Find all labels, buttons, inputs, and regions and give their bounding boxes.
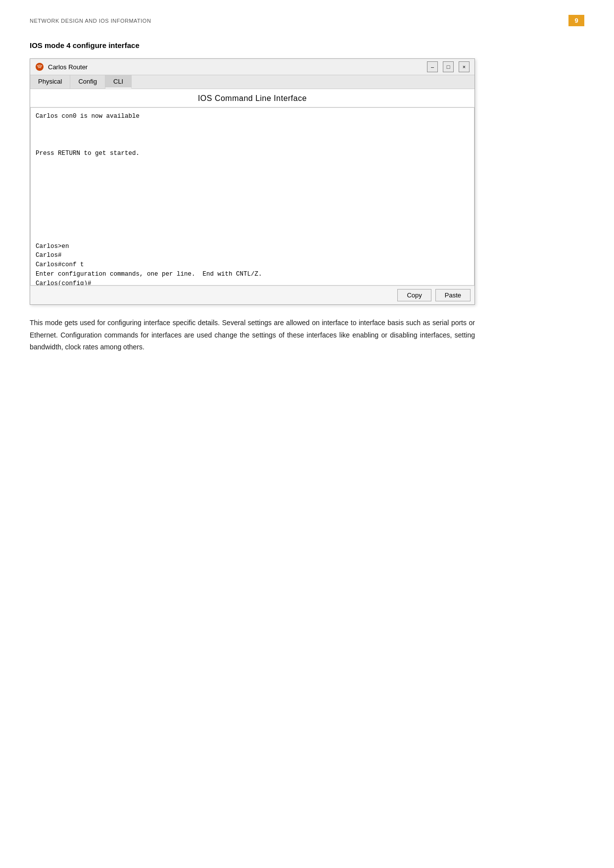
- cli-buttons: Copy Paste: [30, 286, 474, 304]
- section-title: IOS mode 4 configure interface: [30, 41, 584, 49]
- cli-heading: IOS Command Line Interface: [30, 89, 474, 107]
- tab-physical[interactable]: Physical: [30, 75, 70, 89]
- window-controls: – □ ×: [427, 61, 470, 72]
- page-header: NETWORK DESIGN AND IOS INFORMATION 9: [30, 15, 584, 26]
- close-button[interactable]: ×: [459, 61, 470, 72]
- svg-point-0: [36, 63, 44, 71]
- tabs-bar: Physical Config CLI: [30, 75, 474, 89]
- tab-config[interactable]: Config: [70, 75, 105, 89]
- tab-cli[interactable]: CLI: [105, 75, 132, 89]
- router-icon: [35, 62, 44, 71]
- window-title-area: Carlos Router: [35, 62, 88, 71]
- window-titlebar: Carlos Router – □ ×: [30, 59, 474, 75]
- cli-terminal[interactable]: Carlos con0 is now available Press RETUR…: [30, 107, 474, 286]
- cisco-window: Carlos Router – □ × Physical Config CLI …: [30, 58, 475, 305]
- page-header-title: NETWORK DESIGN AND IOS INFORMATION: [30, 18, 151, 24]
- restore-button[interactable]: □: [443, 61, 454, 72]
- window-title: Carlos Router: [48, 63, 88, 71]
- paste-button[interactable]: Paste: [435, 289, 471, 301]
- minimize-button[interactable]: –: [427, 61, 438, 72]
- page-number-badge: 9: [568, 15, 584, 26]
- body-paragraph: This mode gets used for configuring inte…: [30, 317, 475, 353]
- copy-button[interactable]: Copy: [397, 289, 431, 301]
